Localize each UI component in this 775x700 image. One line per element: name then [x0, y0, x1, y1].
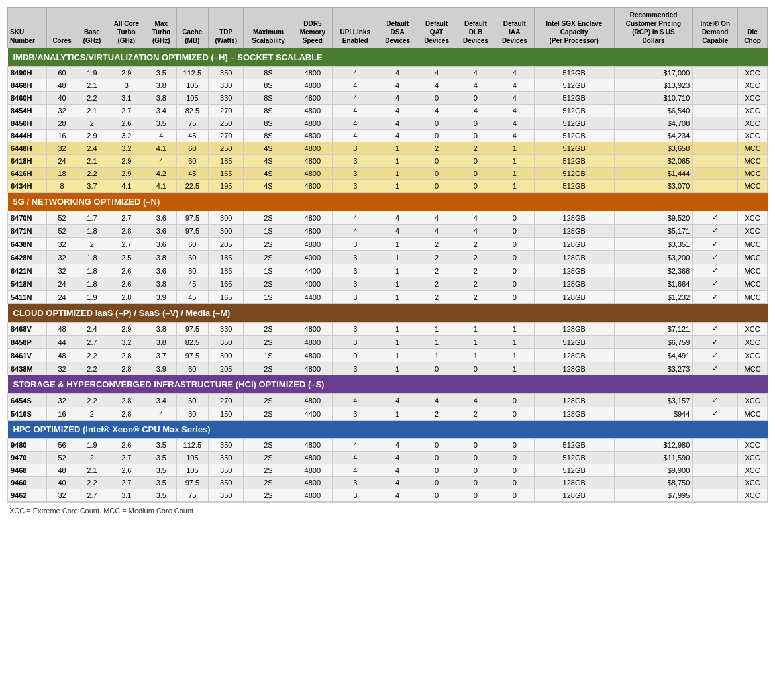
cell-ddr5: 4800: [293, 394, 333, 407]
cell-chop: XCC: [738, 117, 768, 130]
cell-ddr5: 4800: [293, 142, 333, 155]
cell-dlb: 4: [456, 225, 495, 238]
cell-dlb: 0: [456, 439, 495, 452]
cell-cache: 60: [176, 238, 209, 251]
cell-price: $6,540: [614, 105, 693, 117]
table-row: 6418H242.12.94601854S480031001512GB$2,06…: [8, 155, 768, 168]
cell-allCore: 2.5: [107, 251, 146, 264]
cell-price: $7,995: [614, 489, 693, 502]
cell-sgx: 512GB: [534, 79, 614, 92]
cell-onDemand: [693, 452, 738, 464]
cell-price: $2,065: [614, 155, 693, 168]
cell-tdp: 185: [209, 155, 244, 168]
cell-dsa: 4: [378, 67, 417, 79]
cell-maxScal: 2S: [244, 394, 293, 407]
cell-sgx: 512GB: [534, 452, 614, 464]
cell-base: 2: [78, 407, 107, 421]
col-header-upi: UPI LinksEnabled: [333, 8, 378, 48]
cell-dlb: 1: [456, 336, 495, 349]
cell-onDemand: [693, 67, 738, 79]
cell-dsa: 1: [378, 238, 417, 251]
cell-maxTurbo: 3.8: [146, 79, 176, 92]
cell-allCore: 2.6: [107, 264, 146, 277]
cell-ddr5: 4800: [293, 464, 333, 477]
cell-ddr5: 4800: [293, 67, 333, 79]
cell-ddr5: 4800: [293, 130, 333, 142]
cell-dsa: 1: [378, 251, 417, 264]
cell-cores: 32: [46, 489, 77, 502]
cell-dsa: 4: [378, 79, 417, 92]
cell-cache: 60: [176, 155, 209, 168]
cell-tdp: 195: [209, 180, 244, 193]
col-header-cores: Cores: [46, 8, 77, 48]
cell-base: 1.7: [78, 211, 107, 225]
cell-ddr5: 4800: [293, 105, 333, 117]
cell-cores: 32: [46, 394, 77, 407]
col-header-dsa: DefaultDSADevices: [378, 8, 417, 48]
cell-qat: 4: [417, 394, 456, 407]
cell-dlb: 0: [456, 92, 495, 105]
table-row: 6438M322.22.83.9602052S480031001128GB$3,…: [8, 362, 768, 375]
col-header-sgx: Intel SGX EnclaveCapacity(Per Processor): [534, 8, 614, 48]
table-row: 8454H322.12.73.482.52708S480044444512GB$…: [8, 105, 768, 117]
cell-dsa: 4: [378, 489, 417, 502]
cell-onDemand: ✓: [693, 264, 738, 277]
cell-ddr5: 4800: [293, 238, 333, 251]
cell-price: $11,590: [614, 452, 693, 464]
cell-maxTurbo: 3.5: [146, 67, 176, 79]
cell-sku: 8458P: [8, 336, 47, 349]
cell-allCore: 3.2: [107, 142, 146, 155]
cell-qat: 4: [417, 225, 456, 238]
cell-upi: 3: [333, 155, 378, 168]
cell-sgx: 128GB: [534, 323, 614, 336]
cell-iaa: 1: [495, 155, 534, 168]
cell-cores: 16: [46, 407, 77, 421]
cell-maxScal: 4S: [244, 168, 293, 180]
cell-sgx: 128GB: [534, 238, 614, 251]
cell-ddr5: 4000: [293, 277, 333, 291]
cell-base: 2: [78, 452, 107, 464]
cell-dsa: 1: [378, 142, 417, 155]
cell-sku: 6416H: [8, 168, 47, 180]
table-row: 6438N3222.73.6602052S480031220128GB$3,35…: [8, 238, 768, 251]
cell-dsa: 4: [378, 452, 417, 464]
cell-maxScal: 2S: [244, 211, 293, 225]
cell-dlb: 4: [456, 211, 495, 225]
table-row: 8471N521.82.83.697.53001S480044440128GB$…: [8, 225, 768, 238]
cell-price: $3,273: [614, 362, 693, 375]
cell-dlb: 0: [456, 489, 495, 502]
cell-dsa: 1: [378, 264, 417, 277]
cell-base: 2.2: [78, 362, 107, 375]
cell-maxTurbo: 3.7: [146, 349, 176, 362]
cell-sku: 9462: [8, 489, 47, 502]
cell-cache: 82.5: [176, 336, 209, 349]
cell-upi: 4: [333, 439, 378, 452]
cell-qat: 4: [417, 79, 456, 92]
cell-qat: 0: [417, 155, 456, 168]
cell-dsa: 4: [378, 394, 417, 407]
cell-onDemand: [693, 92, 738, 105]
cell-sgx: 128GB: [534, 407, 614, 421]
cell-allCore: 2.8: [107, 394, 146, 407]
cell-sku: 6438N: [8, 238, 47, 251]
cell-sgx: 512GB: [534, 168, 614, 180]
cell-chop: MCC: [738, 142, 768, 155]
cell-chop: XCC: [738, 130, 768, 142]
cell-maxTurbo: 4: [146, 407, 176, 421]
cell-ddr5: 4000: [293, 251, 333, 264]
cell-sgx: 128GB: [534, 477, 614, 489]
cell-iaa: 0: [495, 238, 534, 251]
cell-base: 2.1: [78, 79, 107, 92]
cell-qat: 2: [417, 407, 456, 421]
cell-upi: 4: [333, 67, 378, 79]
cell-upi: 0: [333, 349, 378, 362]
cell-cache: 105: [176, 464, 209, 477]
cell-allCore: 2.7: [107, 105, 146, 117]
cell-allCore: 3: [107, 79, 146, 92]
cell-chop: MCC: [738, 277, 768, 291]
cell-cache: 45: [176, 291, 209, 304]
cell-maxTurbo: 3.4: [146, 394, 176, 407]
cell-price: $3,070: [614, 180, 693, 193]
cell-chop: XCC: [738, 394, 768, 407]
table-row: 9460402.22.73.597.53502S480034000128GB$8…: [8, 477, 768, 489]
